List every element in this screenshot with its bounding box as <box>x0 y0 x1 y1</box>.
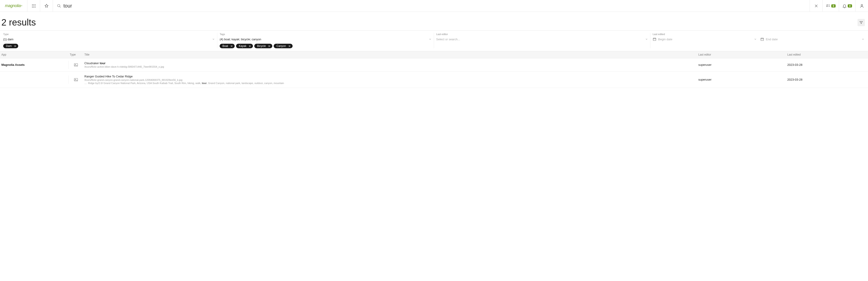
filter-chip-type: Dam <box>3 44 18 48</box>
app-launcher-icon[interactable] <box>27 0 40 12</box>
svg-point-15 <box>861 4 863 6</box>
svg-point-4 <box>33 5 34 6</box>
search-input[interactable] <box>63 3 806 9</box>
notifications-button[interactable]: 0 <box>839 0 855 12</box>
result-row[interactable]: Ranger Guided Hike To Cedar Ridge/tours/… <box>0 71 868 88</box>
chevron-down-icon <box>754 38 757 40</box>
filter-edited-label: Last edited <box>653 33 864 36</box>
chevron-down-icon <box>212 38 215 40</box>
chip-remove-icon[interactable] <box>249 45 251 47</box>
filter-chip-tags: Kayak <box>236 44 253 48</box>
svg-point-7 <box>33 7 34 7</box>
cell-app: Magnolia Assets <box>0 61 68 68</box>
svg-point-2 <box>35 4 35 5</box>
filter-type-select[interactable]: (1) dam <box>3 37 215 41</box>
tasks-button[interactable]: 0 <box>823 0 839 12</box>
col-header-title[interactable]: Title <box>83 51 697 58</box>
col-header-type[interactable]: Type <box>68 51 83 58</box>
favorite-icon[interactable] <box>40 0 53 12</box>
col-header-app[interactable]: App <box>0 51 68 58</box>
cell-edited: 2023-03-28 <box>786 61 868 68</box>
results-heading: 2 results <box>1 17 36 28</box>
filter-chip-tags: Canyon <box>274 44 292 48</box>
filter-end-date[interactable]: End date <box>761 37 864 41</box>
col-header-edited[interactable]: Last edited <box>786 51 868 58</box>
search-icon <box>57 4 61 8</box>
chip-remove-icon[interactable] <box>14 45 17 47</box>
svg-line-10 <box>60 6 61 7</box>
image-type-icon <box>68 61 83 69</box>
filter-tags-label: Tags <box>220 33 431 36</box>
cell-edited: 2023-03-28 <box>786 76 868 83</box>
cell-app <box>0 78 68 81</box>
chevron-down-icon <box>429 38 432 40</box>
filter-toggle-icon[interactable] <box>858 19 865 26</box>
clear-search-icon[interactable] <box>810 0 823 12</box>
filter-editor-select[interactable]: Select or search... <box>436 37 648 41</box>
svg-point-6 <box>32 7 33 7</box>
chevron-down-icon <box>862 38 864 40</box>
logo[interactable]: magnolia® <box>0 0 27 12</box>
user-icon[interactable] <box>855 0 868 12</box>
calendar-icon <box>653 37 656 41</box>
col-header-editor[interactable]: Last editor <box>697 51 786 58</box>
chevron-down-icon <box>645 38 648 40</box>
filter-type-label: Type <box>3 33 215 36</box>
svg-point-5 <box>35 5 35 6</box>
filter-chip-tags: Bicycle <box>254 44 272 48</box>
filter-chip-tags: Boat <box>220 44 235 48</box>
svg-point-8 <box>35 7 35 7</box>
filter-begin-date[interactable]: Begin date <box>653 37 757 41</box>
filter-tags-select[interactable]: (4) boat; kayak; bicycle; canyon <box>220 37 431 41</box>
cell-editor: superuser <box>697 76 786 83</box>
calendar-icon <box>761 37 764 41</box>
svg-point-3 <box>32 5 33 6</box>
svg-point-9 <box>58 4 60 7</box>
cell-title: Cloudraker tour/tours/flickr-active-bike… <box>83 60 697 70</box>
result-row[interactable]: Magnolia AssetsCloudraker tour/tours/fli… <box>0 58 868 71</box>
svg-point-1 <box>33 4 34 5</box>
cell-editor: superuser <box>697 61 786 68</box>
svg-point-0 <box>32 4 33 5</box>
notifications-badge: 0 <box>848 4 852 7</box>
chip-remove-icon[interactable] <box>268 45 271 47</box>
image-type-icon <box>68 76 83 84</box>
svg-rect-26 <box>653 38 656 40</box>
chip-remove-icon[interactable] <box>288 45 291 47</box>
svg-rect-30 <box>761 38 764 40</box>
tasks-badge: 0 <box>831 4 835 7</box>
filter-editor-label: Last editor <box>436 33 648 36</box>
cell-title: Ranger Guided Hike To Cedar Ridge/tours/… <box>83 73 697 86</box>
chip-remove-icon[interactable] <box>230 45 233 47</box>
